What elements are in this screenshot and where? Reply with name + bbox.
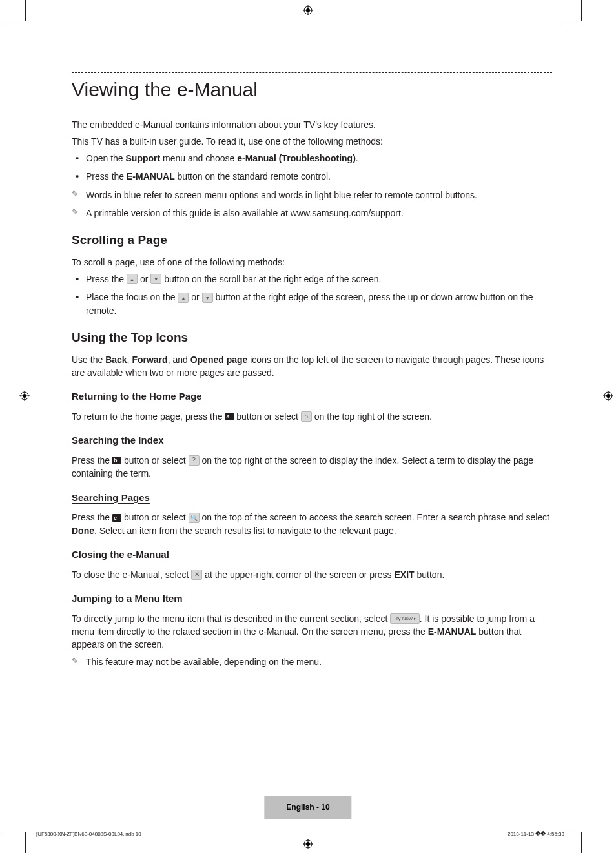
bold-text: Back [105, 355, 127, 365]
index-icon [189, 455, 200, 466]
text: button. [415, 570, 445, 580]
print-filename: [UF5300-XN-ZF]BN68-04808S-03L04.indb 10 [36, 830, 141, 838]
intro-bullet-list: Open the Support menu and choose e-Manua… [72, 152, 552, 183]
text: or [189, 292, 201, 302]
text: Press the [72, 455, 112, 466]
paragraph: To scroll a page, use of one of the foll… [72, 256, 552, 269]
sub-heading-close: Closing the e-Manual [72, 548, 552, 562]
list-item: Open the Support menu and choose e-Manua… [72, 152, 552, 165]
registration-mark-icon [603, 391, 613, 401]
text: Press the [86, 274, 127, 284]
text: Place the focus on the [86, 292, 178, 302]
sub-heading-index: Searching the Index [72, 433, 552, 447]
note-item: Words in blue refer to screen menu optio… [72, 189, 552, 201]
bold-text: Forward [132, 355, 167, 365]
sub-heading-search: Searching Pages [72, 491, 552, 505]
cropmark [581, 832, 582, 853]
text: , and [168, 355, 190, 365]
text: button or select [121, 512, 189, 522]
registration-mark-icon [303, 839, 313, 849]
cropmark [5, 832, 25, 832]
section-heading-top-icons: Using the Top Icons [72, 329, 552, 347]
bold-text: EXIT [394, 570, 414, 580]
registration-mark-icon [303, 5, 313, 15]
down-arrow-icon [150, 274, 161, 284]
text: Press the [72, 512, 112, 522]
bold-text: Done [72, 526, 94, 536]
down-arrow-icon [202, 293, 213, 303]
cropmark [581, 0, 582, 21]
section-heading-scrolling: Scrolling a Page [72, 231, 552, 249]
bold-text: Support [126, 153, 161, 163]
paragraph: To return to the home page, press the a … [72, 410, 552, 423]
paragraph: Use the Back, Forward, and Opened page i… [72, 353, 552, 380]
bold-text: Opened page [190, 355, 248, 365]
intro-paragraph: The embedded e-Manual contains informati… [72, 118, 552, 131]
page-footer: English - 10 [264, 796, 351, 819]
text: button or select [121, 455, 189, 466]
up-arrow-icon [127, 274, 138, 284]
page-title: Viewing the e-Manual [72, 76, 552, 104]
text: To return to the home page, press the [72, 411, 225, 422]
cropmark [5, 21, 25, 21]
text: on the top right of the screen. [312, 411, 432, 422]
text: . [356, 153, 358, 163]
bold-text: E-MANUAL [428, 626, 477, 637]
note-item: A printable version of this guide is als… [72, 207, 552, 220]
paragraph: To directly jump to the menu item that i… [72, 612, 552, 652]
scroll-bullet-list: Press the or button on the scroll bar at… [72, 272, 552, 317]
cropmark [25, 0, 26, 21]
remote-b-button-icon: b [112, 457, 121, 464]
text: Open the [86, 153, 126, 163]
text: button on the scroll bar at the right ed… [161, 274, 381, 284]
text: on the top of the screen to access the s… [200, 512, 549, 522]
list-item: Press the E-MANUAL button on the standar… [72, 170, 552, 183]
text: at the upper-right corner of the screen … [202, 570, 394, 580]
text: button on the standard remote control. [175, 171, 331, 181]
paragraph: To close the e-Manual, select at the upp… [72, 568, 552, 581]
cropmark [25, 832, 26, 853]
cropmark [561, 21, 582, 21]
close-icon [191, 570, 202, 580]
print-timestamp: 2013-11-13 �� 4:55:33 [508, 830, 564, 838]
text: Use the [72, 355, 105, 365]
intro-paragraph: This TV has a built-in user guide. To re… [72, 135, 552, 148]
text: To directly jump to the menu item that i… [72, 613, 390, 624]
page-content: Viewing the e-Manual The embedded e-Manu… [72, 72, 552, 673]
bold-text: E-MANUAL [127, 171, 175, 181]
text: button or select [234, 411, 301, 422]
home-icon [301, 411, 312, 422]
note-item: This feature may not be available, depen… [72, 655, 552, 668]
text: or [138, 274, 150, 284]
text: To close the e-Manual, select [72, 570, 191, 580]
list-item: Press the or button on the scroll bar at… [72, 272, 552, 285]
text: menu and choose [160, 153, 237, 163]
remote-a-button-icon: a [225, 413, 234, 420]
paragraph: Press the b button or select on the top … [72, 454, 552, 480]
text: Press the [86, 171, 127, 181]
remote-c-button-icon: c [112, 514, 121, 522]
up-arrow-icon [178, 293, 189, 303]
sub-heading-jump: Jumping to a Menu Item [72, 591, 552, 606]
list-item: Place the focus on the or button at the … [72, 291, 552, 317]
sub-heading-home: Returning to the Home Page [72, 389, 552, 404]
try-now-button-icon: Try Now [390, 613, 419, 624]
note-list: This feature may not be available, depen… [72, 655, 552, 668]
paragraph: Press the c button or select on the top … [72, 511, 552, 537]
bold-text: e-Manual (Troubleshooting) [237, 153, 356, 163]
text: . Select an item from the search results… [94, 526, 396, 536]
section-divider [72, 72, 552, 73]
search-icon [189, 513, 200, 523]
note-list: Words in blue refer to screen menu optio… [72, 189, 552, 220]
registration-mark-icon [19, 391, 30, 401]
